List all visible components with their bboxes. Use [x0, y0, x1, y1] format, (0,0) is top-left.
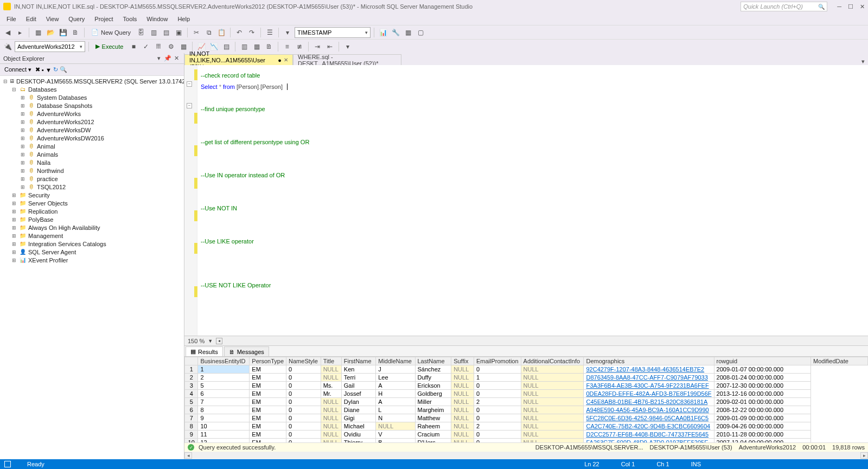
table-cell[interactable]: 2008-12-22 00:00:00.000	[714, 406, 810, 414]
open-icon[interactable]: 📂	[45, 27, 56, 38]
col-header[interactable]: NameStyle	[286, 357, 321, 365]
tab-results[interactable]: ▦ Results	[186, 346, 223, 356]
tree-node[interactable]: ⊞📁Security	[0, 191, 184, 199]
table-cell[interactable]: 2007-12-04 00:00:00.000	[714, 439, 810, 443]
sql-editor[interactable]: − − --check record of table Select * fro…	[184, 65, 868, 336]
table-cell[interactable]: Matthew	[415, 414, 451, 422]
table-cell[interactable]: 0	[474, 439, 521, 443]
change-connection-icon[interactable]: 🔌	[2, 41, 13, 52]
tree-node[interactable]: ⊞📁Management	[0, 232, 184, 240]
col-header[interactable]: Title	[321, 357, 341, 365]
table-row[interactable]: 35EM0Ms.GailAEricksonNULL0NULLF3A3F6B4-A…	[185, 382, 868, 390]
template-icon[interactable]: ▢	[415, 27, 426, 38]
col-header[interactable]: BusinessEntityID	[198, 357, 250, 365]
table-cell[interactable]: A	[376, 398, 415, 406]
db-engine-query-icon[interactable]: 🗄	[136, 27, 146, 38]
table-cell[interactable]: NULL	[521, 414, 584, 422]
tree-node[interactable]: ⊞🛢Animals	[0, 150, 184, 158]
nav-back-icon[interactable]: ◀	[2, 27, 13, 38]
find-combo[interactable]: TIMESTAMP	[295, 27, 371, 38]
table-cell[interactable]: 10	[198, 422, 250, 431]
table-cell[interactable]: Ovidiu	[341, 431, 375, 439]
tree-node[interactable]: ⊞📁Always On High Availability	[0, 223, 184, 232]
table-cell[interactable]: 1	[474, 374, 521, 382]
table-cell[interactable]: NULL	[321, 398, 341, 406]
table-cell[interactable]: EM	[250, 431, 286, 439]
table-cell[interactable]: NULL	[521, 365, 584, 374]
table-cell[interactable]: 6	[198, 390, 250, 398]
scroll-left-icon[interactable]: ◂	[184, 452, 192, 459]
table-cell[interactable]: 0	[286, 374, 321, 382]
dmx-query-icon[interactable]: ▤	[161, 27, 171, 38]
nav-fwd-icon[interactable]: ▸	[15, 27, 25, 38]
table-cell[interactable]: Gail	[341, 382, 375, 390]
table-cell[interactable]: 2009-01-07 00:00:00.000	[714, 365, 810, 374]
table-cell[interactable]: NULL	[451, 439, 474, 443]
table-cell[interactable]: 0	[286, 398, 321, 406]
maximize-button[interactable]: ☐	[848, 3, 853, 10]
database-combo[interactable]: AdventureWorks2012	[15, 41, 85, 52]
col-header[interactable]: Suffix	[451, 357, 474, 365]
intellisense-icon[interactable]: ▦	[178, 41, 189, 52]
query-options-icon[interactable]: ⚙	[165, 41, 176, 52]
table-cell[interactable]: D'Hers	[415, 439, 451, 443]
table-cell[interactable]: EM	[250, 439, 286, 443]
table-cell[interactable]: D2CC2577-EF6B-4408-BD8C-747337FE5645	[586, 431, 709, 438]
mdx-query-icon[interactable]: ▥	[148, 27, 159, 38]
table-cell[interactable]: EM	[250, 398, 286, 406]
minimize-button[interactable]: ─	[837, 3, 841, 10]
close-button[interactable]: ✕	[860, 3, 865, 10]
menu-tools[interactable]: Tools	[119, 15, 142, 23]
zoom-level[interactable]: 150 %	[188, 338, 205, 344]
table-cell[interactable]: Thierry	[341, 439, 375, 443]
new-query-button[interactable]: 📄 New Query	[88, 28, 134, 37]
table-cell[interactable]: EM	[250, 374, 286, 382]
tree-node[interactable]: ⊞🛢AdventureWorksDW	[0, 126, 184, 134]
table-cell[interactable]: 0	[474, 382, 521, 390]
tab-other[interactable]: WHERE.sql - DESKT...A1M5655\User (52))*	[293, 54, 401, 65]
table-cell[interactable]: 2009-02-01 00:00:00.000	[714, 398, 810, 406]
table-cell[interactable]: NULL	[321, 406, 341, 414]
table-cell[interactable]: NULL	[451, 406, 474, 414]
results-grid[interactable]: BusinessEntityIDPersonTypeNameStyleTitle…	[184, 357, 868, 442]
new-project-icon[interactable]: ▦	[33, 27, 43, 38]
table-cell[interactable]: NULL	[321, 422, 341, 431]
table-cell[interactable]: NULL	[321, 365, 341, 374]
save-all-icon[interactable]: 🗎	[70, 27, 81, 38]
scroll-left-icon[interactable]: ◂	[216, 338, 222, 344]
table-cell[interactable]: 0	[474, 414, 521, 422]
table-cell[interactable]: Mr.	[321, 390, 341, 398]
table-cell[interactable]: 2010-11-28 00:00:00.000	[714, 431, 810, 439]
search-icon[interactable]: 🔍	[60, 66, 67, 73]
col-header[interactable]: LastName	[415, 357, 451, 365]
tree-node[interactable]: ⊟🖥DESKTOP-A1M5655.MSSQLSERVER2 (SQL Serv…	[0, 77, 184, 85]
table-cell[interactable]: Jossef	[341, 390, 375, 398]
menu-file[interactable]: File	[2, 15, 21, 23]
fold-icon[interactable]: −	[187, 81, 192, 87]
table-cell[interactable]: Ken	[341, 365, 375, 374]
table-cell[interactable]: FA263C7F-600D-48D9-A7D0-0197BFE5205E	[584, 439, 714, 443]
table-cell[interactable]: A	[376, 382, 415, 390]
table-cell[interactable]: Ms.	[321, 382, 341, 390]
menu-help[interactable]: Help	[173, 15, 194, 23]
table-cell[interactable]: CA2C740E-75B2-420C-9D4B-E3CBC6609604	[584, 422, 714, 431]
table-cell[interactable]: Diane	[341, 406, 375, 414]
table-cell[interactable]: 2013-12-16 00:00:00.000	[714, 390, 810, 398]
table-cell[interactable]: F3A3F6B4-AE3B-430C-A754-9F2231BA6FEF	[586, 382, 709, 389]
table-cell[interactable]: 1	[198, 365, 250, 374]
table-cell[interactable]: EM	[250, 365, 286, 374]
tab-scroller-icon[interactable]: ▾	[858, 58, 868, 65]
col-header[interactable]: ModifiedDate	[811, 357, 868, 365]
col-header[interactable]: EmailPromotion	[474, 357, 521, 365]
table-cell[interactable]: FA263C7F-600D-48D9-A7D0-0197BFE5205E	[586, 439, 708, 442]
table-cell[interactable]: Dylan	[341, 398, 375, 406]
table-cell[interactable]: NULL	[321, 439, 341, 443]
table-cell[interactable]: NULL	[521, 382, 584, 390]
table-cell[interactable]: J	[376, 365, 415, 374]
table-cell[interactable]: NULL	[521, 398, 584, 406]
table-cell[interactable]: 2009-04-26 00:00:00.000	[714, 422, 810, 431]
oe-close-icon[interactable]: ✕	[172, 55, 181, 62]
table-cell[interactable]: Lee	[376, 374, 415, 382]
execute-button[interactable]: ▶ Execute	[92, 42, 127, 51]
col-header[interactable]: FirstName	[341, 357, 375, 365]
